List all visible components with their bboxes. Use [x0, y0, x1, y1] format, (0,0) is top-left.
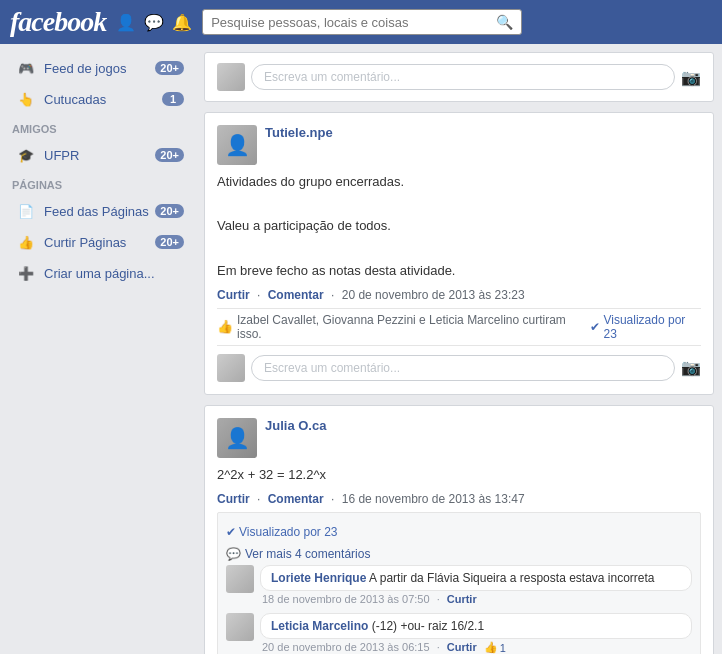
- sidebar-section-games: 🎮 Feed de jogos 20+ 👆 Cutucadas 1: [0, 53, 200, 114]
- thumb-up-icon-1: 👍: [217, 319, 233, 334]
- like-info-1: 👍 Izabel Cavallet, Giovanna Pezzini e Le…: [217, 313, 590, 341]
- comment-from-text-1: A partir da Flávia Siqueira a resposta e…: [369, 571, 654, 585]
- sidebar-label-feed-jogos: Feed de jogos: [44, 61, 155, 76]
- viewed-text-2: Visualizado por 23: [239, 525, 338, 539]
- comment-avatar-2-1: [226, 565, 254, 593]
- comentar-link-1[interactable]: Comentar: [268, 288, 324, 302]
- comment-timestamp-2: 20 de novembro de 2013 às 06:15: [262, 641, 430, 653]
- sidebar-badge-feed-jogos: 20+: [155, 61, 184, 75]
- comment-author-1[interactable]: Loriete Henrique: [271, 571, 366, 585]
- sidebar-item-curtir-paginas[interactable]: 👍 Curtir Páginas 20+: [4, 227, 196, 257]
- comment-item-1: Loriete Henrique A partir da Flávia Siqu…: [226, 565, 692, 605]
- main-content: Escreva um comentário... 📷 👤 Tutiele.npe…: [200, 44, 722, 654]
- sidebar-label-ufpr: UFPR: [44, 148, 155, 163]
- comment-curtir-2[interactable]: Curtir: [447, 641, 477, 653]
- notifications-icon[interactable]: 🔔: [172, 13, 192, 32]
- search-input[interactable]: [211, 15, 496, 30]
- page-wrapper: 🎮 Feed de jogos 20+ 👆 Cutucadas 1 AMIGOS…: [0, 44, 722, 654]
- post-author-name-1[interactable]: Tutiele.npe: [265, 125, 333, 140]
- messages-icon[interactable]: 💬: [144, 13, 164, 32]
- like-pages-icon: 👍: [16, 232, 36, 252]
- create-page-icon: ➕: [16, 263, 36, 283]
- comment-avatar-1: [217, 354, 245, 382]
- post-line-1-2: [217, 195, 701, 213]
- sidebar-section-friends: AMIGOS 🎓 UFPR 20+: [0, 115, 200, 170]
- comment-icon: 💬: [226, 547, 241, 561]
- partial-comment-input[interactable]: Escreva um comentário...: [251, 64, 675, 90]
- avatar-img-2: 👤: [217, 418, 257, 458]
- sidebar-item-feed-jogos[interactable]: 🎮 Feed de jogos 20+: [4, 53, 196, 83]
- comments-section-2: ✔ Visualizado por 23 💬 Ver mais 4 coment…: [217, 512, 701, 654]
- post-timestamp-1: 20 de novembro de 2013 às 23:23: [342, 288, 525, 302]
- sidebar-label-criar-pagina: Criar uma página...: [44, 266, 184, 281]
- comment-input-1[interactable]: Escreva um comentário...: [251, 355, 675, 381]
- header-icon-group: 👤 💬 🔔: [116, 13, 192, 32]
- comment-content-1: Loriete Henrique A partir da Flávia Siqu…: [260, 565, 692, 605]
- sidebar-item-cutucadas[interactable]: 👆 Cutucadas 1: [4, 84, 196, 114]
- post-line-1-5: Em breve fecho as notas desta atividade.: [217, 262, 701, 280]
- facebook-logo: facebook: [10, 6, 106, 38]
- viewed-badge-1: ✔ Visualizado por 23: [590, 313, 701, 341]
- sidebar-badge-curtir-paginas: 20+: [155, 235, 184, 249]
- comment-timestamp-1: 18 de novembro de 2013 às 07:50: [262, 593, 430, 605]
- partial-camera-icon[interactable]: 📷: [681, 68, 701, 87]
- comment-curtir-1[interactable]: Curtir: [447, 593, 477, 605]
- curtir-link-1[interactable]: Curtir: [217, 288, 250, 302]
- sidebar-section-label-amigos: AMIGOS: [0, 115, 200, 139]
- post-body-1: Atividades do grupo encerradas. Valeu a …: [217, 173, 701, 280]
- post-header-1: 👤 Tutiele.npe: [217, 125, 701, 165]
- sidebar-item-feed-paginas[interactable]: 📄 Feed das Páginas 20+: [4, 196, 196, 226]
- games-icon: 🎮: [16, 58, 36, 78]
- like-count-2: 👍 1: [484, 641, 506, 654]
- comment-author-2[interactable]: Leticia Marcelino: [271, 619, 368, 633]
- sidebar-item-ufpr[interactable]: 🎓 UFPR 20+: [4, 140, 196, 170]
- avatar-2: 👤: [217, 418, 257, 458]
- sidebar-label-curtir-paginas: Curtir Páginas: [44, 235, 155, 250]
- post-card-1: 👤 Tutiele.npe Atividades do grupo encerr…: [204, 112, 714, 395]
- friends-icon[interactable]: 👤: [116, 13, 136, 32]
- comment-avatar-2-2: [226, 613, 254, 641]
- comment-content-2: Leticia Marcelino (-12) +ou- raiz 16/2.1…: [260, 613, 692, 654]
- check-icon-1: ✔: [590, 320, 600, 334]
- sidebar-badge-cutucadas: 1: [162, 92, 184, 106]
- post-line-1-4: [217, 240, 701, 258]
- post-card-2: 👤 Julia O.ca 2^2x + 32 = 12.2^x Curtir ·…: [204, 405, 714, 654]
- post-actions-2: Curtir · Comentar · 16 de novembro de 20…: [217, 492, 701, 506]
- pages-feed-icon: 📄: [16, 201, 36, 221]
- post-timestamp-2: 16 de novembro de 2013 às 13:47: [342, 492, 525, 506]
- post-line-2-1: 2^2x + 32 = 12.2^x: [217, 466, 701, 484]
- visualizado-badge-2: ✔ Visualizado por 23: [226, 521, 692, 543]
- ufpr-icon: 🎓: [16, 145, 36, 165]
- comment-text-2: (-12) +ou- raiz 16/2.1: [372, 619, 484, 633]
- comment-meta-2: 20 de novembro de 2013 às 06:15 · Curtir…: [260, 641, 692, 654]
- comment-meta-1: 18 de novembro de 2013 às 07:50 · Curtir: [260, 593, 692, 605]
- likes-text-1: Izabel Cavallet, Giovanna Pezzini e Leti…: [237, 313, 590, 341]
- partial-comment-avatar: [217, 63, 245, 91]
- post-body-2: 2^2x + 32 = 12.2^x: [217, 466, 701, 484]
- post-header-2: 👤 Julia O.ca: [217, 418, 701, 458]
- poke-icon: 👆: [16, 89, 36, 109]
- post-line-1-3: Valeu a participação de todos.: [217, 217, 701, 235]
- avatar-img-1: 👤: [217, 125, 257, 165]
- partial-comment-row: Escreva um comentário... 📷: [217, 63, 701, 91]
- avatar-1: 👤: [217, 125, 257, 165]
- view-more-comments-2[interactable]: 💬 Ver mais 4 comentários: [226, 543, 692, 565]
- sidebar-badge-feed-paginas: 20+: [155, 204, 184, 218]
- likes-bar-1: 👍 Izabel Cavallet, Giovanna Pezzini e Le…: [217, 308, 701, 346]
- camera-icon-1[interactable]: 📷: [681, 358, 701, 377]
- search-bar: 🔍: [202, 9, 522, 35]
- sidebar: 🎮 Feed de jogos 20+ 👆 Cutucadas 1 AMIGOS…: [0, 44, 200, 654]
- post-author-name-2[interactable]: Julia O.ca: [265, 418, 326, 433]
- comment-bubble-2: Leticia Marcelino (-12) +ou- raiz 16/2.1: [260, 613, 692, 639]
- post-author-info-2: Julia O.ca: [265, 418, 326, 433]
- search-icon[interactable]: 🔍: [496, 14, 513, 30]
- check-icon-2: ✔: [226, 525, 236, 539]
- curtir-link-2[interactable]: Curtir: [217, 492, 250, 506]
- sidebar-label-feed-paginas: Feed das Páginas: [44, 204, 155, 219]
- post-line-1-1: Atividades do grupo encerradas.: [217, 173, 701, 191]
- post-author-info-1: Tutiele.npe: [265, 125, 333, 140]
- like-thumb-small-2: 👍: [484, 641, 498, 654]
- sidebar-item-criar-pagina[interactable]: ➕ Criar uma página...: [4, 258, 196, 288]
- comentar-link-2[interactable]: Comentar: [268, 492, 324, 506]
- sidebar-section-label-paginas: PÁGINAS: [0, 171, 200, 195]
